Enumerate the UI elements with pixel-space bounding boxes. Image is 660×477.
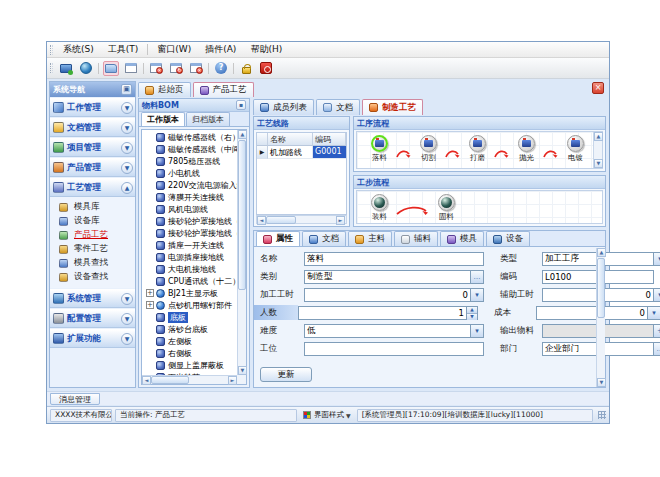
flow-node-diandu[interactable]: 电镀 <box>559 135 592 168</box>
scroll-thumb[interactable] <box>151 376 189 384</box>
tab-message-manage[interactable]: 消息管理 <box>50 393 100 405</box>
route-row[interactable]: ▶ 机加路线 G0001 <box>257 146 346 159</box>
tree-item[interactable]: 7805稳压器线 <box>146 155 237 167</box>
open-folder-icon[interactable] <box>103 61 119 76</box>
tab-main-material[interactable]: 主料 <box>348 231 392 246</box>
chevron-down-icon[interactable]: ▼ <box>121 142 133 154</box>
scroll-left-icon[interactable]: ◄ <box>257 216 266 225</box>
tree-item[interactable]: 点钞机用螺钉部件 <box>146 299 237 311</box>
delete-doc-icon[interactable]: × <box>188 61 204 76</box>
scroll-right-icon[interactable]: ► <box>336 216 345 225</box>
type-dropdown-icon[interactable] <box>654 252 660 266</box>
people-input[interactable] <box>298 306 467 320</box>
scroll-left-icon[interactable]: ◄ <box>142 376 151 385</box>
tab-equipment[interactable]: 设备 <box>486 231 530 246</box>
tree-item[interactable]: 薄膜开关连接线 <box>146 191 237 203</box>
scroll-down-icon[interactable]: ▼ <box>594 159 603 168</box>
tab-attributes[interactable]: 属性 <box>256 231 300 246</box>
browse-web-icon[interactable] <box>78 61 94 76</box>
work-hours-input[interactable] <box>304 288 471 302</box>
menu-grip[interactable] <box>50 45 53 55</box>
scroll-down-icon[interactable]: ▼ <box>238 366 247 375</box>
spin-down-icon[interactable]: ▼ <box>467 313 477 320</box>
sidebar-group-config[interactable]: 配置管理 ▼ <box>50 309 135 328</box>
tree-item[interactable]: 插座—开关连线 <box>146 239 237 251</box>
tree-item[interactable]: 大电机接地线 <box>146 263 237 275</box>
scroll-up-icon[interactable]: ▲ <box>594 132 603 141</box>
detail-vertical-scrollbar[interactable]: ▲ ▼ <box>596 248 605 387</box>
sidebar-item-mold-library[interactable]: 模具库 <box>50 200 135 214</box>
resize-grip[interactable] <box>598 411 606 419</box>
chevron-down-icon[interactable]: ▼ <box>121 333 133 345</box>
lock-icon[interactable] <box>238 61 254 76</box>
chevron-up-icon[interactable]: ▲ <box>121 182 133 194</box>
sidebar-group-work[interactable]: 工作管理 ▼ <box>50 98 135 117</box>
tab-manufacturing-craft[interactable]: 制造工艺 <box>362 99 423 115</box>
add-icon[interactable] <box>654 324 660 338</box>
sidebar-group-system[interactable]: 系统管理 ▼ <box>50 289 135 308</box>
category-input[interactable] <box>304 270 471 284</box>
sidebar-group-craft[interactable]: 工艺管理 ▲ <box>50 178 135 197</box>
aux-hours-dropdown-icon[interactable] <box>654 288 660 302</box>
sidebar-group-document[interactable]: 文档管理 ▼ <box>50 118 135 137</box>
help-icon[interactable]: ? <box>213 61 229 76</box>
step-node-zhuangliao[interactable]: 装料 <box>363 194 396 223</box>
sidebar-group-project[interactable]: 项目管理 ▼ <box>50 138 135 157</box>
sidebar-options-icon[interactable]: ▣ <box>121 84 132 95</box>
tree-horizontal-scrollbar[interactable]: ◄ ► <box>142 375 237 384</box>
sidebar-item-mold-search[interactable]: 模具查找 <box>50 256 135 270</box>
station-input[interactable] <box>304 342 484 356</box>
menu-plugins[interactable]: 插件(A) <box>198 42 243 57</box>
exit-icon[interactable] <box>258 61 274 76</box>
tree-item[interactable]: 电源插座接地线 <box>146 251 237 263</box>
tree-item[interactable]: 220V交流电源输入线 <box>146 179 237 191</box>
tree-item[interactable]: 风机电源线 <box>146 203 237 215</box>
tree-item[interactable]: 接砂轮护罩接地线（一） <box>146 215 237 227</box>
tree-vertical-scrollbar[interactable]: ▲ ▼ <box>237 130 246 375</box>
toolbar-grip[interactable] <box>50 63 53 73</box>
close-doc-icon[interactable]: × <box>148 61 164 76</box>
tab-member-list[interactable]: 成员列表 <box>253 99 314 115</box>
sidebar-group-product[interactable]: 产品管理 ▼ <box>50 158 135 177</box>
tab-working-version[interactable]: 工作版本 <box>141 112 185 126</box>
tab-start-page[interactable]: 起始页 <box>138 82 191 97</box>
tree-item[interactable]: 右侧板 <box>146 347 237 359</box>
sidebar-group-extend[interactable]: 扩展功能 ▼ <box>50 329 135 348</box>
department-browse-icon[interactable] <box>654 342 660 356</box>
people-spinner[interactable]: ▲▼ <box>467 306 478 320</box>
sidebar-item-product-craft[interactable]: 产品工艺 <box>50 228 135 242</box>
tab-mold[interactable]: 模具 <box>440 231 484 246</box>
window-list-icon[interactable] <box>123 61 139 76</box>
route-horizontal-scrollbar[interactable]: ◄ ► <box>256 215 347 224</box>
expand-icon[interactable] <box>146 301 154 309</box>
work-hours-dropdown-icon[interactable] <box>471 288 484 302</box>
tab-detail-documents[interactable]: 文档 <box>302 231 346 246</box>
difficulty-dropdown-icon[interactable] <box>471 324 484 338</box>
chevron-down-icon[interactable]: ▼ <box>121 102 133 114</box>
flow-vertical-scrollbar[interactable]: ▲ ▼ <box>593 132 602 168</box>
scroll-thumb[interactable] <box>266 216 296 224</box>
tree-item[interactable]: 小电机线 <box>146 167 237 179</box>
tree-item[interactable]: 侧显上盖屏蔽板 <box>146 359 237 371</box>
step-flow-canvas[interactable]: 装料 固料 <box>356 190 603 224</box>
scroll-up-icon[interactable]: ▲ <box>597 248 606 257</box>
flow-node-luoliao[interactable]: 落料 <box>363 135 396 168</box>
menu-window[interactable]: 窗口(W) <box>150 42 198 57</box>
tree-item-selected[interactable]: 底板 <box>146 311 237 323</box>
cost-dropdown-icon[interactable] <box>648 306 660 320</box>
scroll-up-icon[interactable]: ▲ <box>238 130 247 139</box>
process-flow-canvas[interactable]: 落料 切割 打磨 抛光 <box>356 131 603 169</box>
menu-help[interactable]: 帮助(H) <box>243 42 289 57</box>
difficulty-input[interactable] <box>304 324 471 338</box>
chevron-down-icon[interactable]: ▼ <box>121 162 133 174</box>
scroll-right-icon[interactable]: ► <box>228 376 237 385</box>
step-node-guliao[interactable]: 固料 <box>430 194 463 223</box>
tree-item[interactable]: 磁敏传感器线（右） <box>146 131 237 143</box>
route-code-cell[interactable]: G0001 <box>313 146 346 159</box>
expand-icon[interactable] <box>146 289 154 297</box>
col-code[interactable]: 编码 <box>313 133 346 146</box>
category-browse-icon[interactable] <box>471 270 484 284</box>
menu-system[interactable]: 系统(S) <box>56 42 101 57</box>
close-icon[interactable]: × <box>592 82 604 94</box>
flow-node-qiege[interactable]: 切割 <box>412 135 445 168</box>
